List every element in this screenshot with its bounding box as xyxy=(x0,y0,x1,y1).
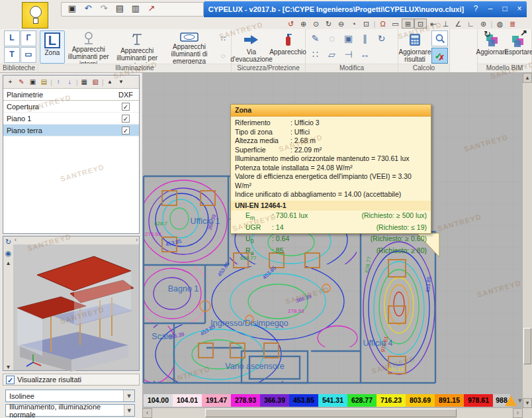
image-button[interactable]: ▦ xyxy=(79,77,90,87)
bim-aggiornare-button[interactable]: ↻ Aggiornare xyxy=(479,30,506,64)
check-validate-button[interactable]: ✓✗ xyxy=(431,48,448,64)
scroll-left-button[interactable]: ‹ xyxy=(142,408,152,418)
zona-button[interactable]: L Zona xyxy=(40,30,65,64)
move-up-button[interactable]: ↑ xyxy=(53,77,64,87)
print-preview-button[interactable]: ▥ xyxy=(129,3,142,15)
dxf-checkbox[interactable]: ✓ xyxy=(122,103,130,111)
scroll-right-button[interactable]: › xyxy=(513,408,523,418)
measure-button[interactable]: ⇤ xyxy=(427,19,439,28)
reference-points-button[interactable]: ∷ xyxy=(216,34,230,43)
orbit-button[interactable]: ◔ xyxy=(347,19,360,28)
visualizzare-risultati-checkbox[interactable]: ✓ xyxy=(6,376,15,384)
via-evacuazione-button[interactable]: Via d'evacuazione xyxy=(233,30,270,64)
library-emergency-luminaires-button[interactable]: ▭ xyxy=(21,47,36,63)
print-plan-button[interactable]: ▤ xyxy=(38,77,50,87)
library-exterior-luminaires-button[interactable]: T xyxy=(4,47,20,63)
vertical-scrollbar[interactable]: ▴ ▾ xyxy=(523,73,532,408)
horizontal-scroll-thumb[interactable] xyxy=(205,409,457,417)
maximize-button[interactable]: □ xyxy=(498,3,512,15)
table-row-piano-1[interactable]: Piano 1 ✓ xyxy=(3,113,139,125)
close-button[interactable]: × xyxy=(512,3,527,15)
edit-pencil-button[interactable]: ✎ xyxy=(312,33,320,44)
axes-button[interactable]: ∟ xyxy=(465,19,477,28)
apparecchi-emergenza-button[interactable]: Apparecchi illuminanti di emergenza xyxy=(162,30,216,64)
zoom-out-button[interactable]: ⊖ xyxy=(335,19,347,28)
scroll-right-button[interactable]: › xyxy=(136,236,138,244)
ortho-button[interactable]: ▭ xyxy=(389,19,402,28)
move-down-button[interactable]: ↓ xyxy=(64,77,75,87)
grid-button[interactable]: ⊞ xyxy=(402,19,414,28)
scale-cell: 541.31 xyxy=(318,394,347,407)
edit-nodes-button[interactable]: ∷ xyxy=(312,49,318,60)
zoom-window-button[interactable]: ⊡ xyxy=(360,19,373,28)
split-button[interactable]: ∥ xyxy=(363,33,367,44)
orbit-3d-button[interactable]: ↻ xyxy=(5,238,11,246)
lasso-select-button[interactable]: ◌ xyxy=(329,33,334,44)
snap-magnet-button[interactable]: Ω xyxy=(377,19,389,28)
chevron-down-icon: ▾ xyxy=(124,405,134,416)
3d-viewer[interactable]: ↻ ◉ ▴ ▾ ‹ › xyxy=(3,236,140,371)
copy-plan-button[interactable]: ▣ xyxy=(27,77,38,87)
left-panel: + ✎ ▣ ▤ | ↑ ↓ | ▦ ▧ | ▲ ▼ Planimetrie DX… xyxy=(0,73,142,418)
image-remove-button[interactable]: ▧ xyxy=(90,77,101,87)
reference-circle-button[interactable]: ◌ xyxy=(216,52,230,60)
room-label-scale: Scale xyxy=(152,332,172,341)
dxf-checkbox[interactable]: ✓ xyxy=(122,115,130,123)
scroll-up-button[interactable]: ▴ xyxy=(523,73,532,83)
vertical-scroll-thumb[interactable] xyxy=(523,328,531,364)
tooltip-line: Potenza totale installata = 24.08 W/m² xyxy=(235,164,427,173)
dxf-checkbox[interactable]: ✓ xyxy=(122,127,130,134)
result-magnitude-dropdown[interactable]: Illuminamento, illuminazione normale ▾ xyxy=(5,404,135,417)
tools-button[interactable]: ⊛ xyxy=(477,19,490,28)
save-button[interactable]: ▣ xyxy=(66,3,79,15)
refresh-view-button[interactable]: ↻ xyxy=(322,19,335,28)
edit-plan-button[interactable]: ✎ xyxy=(16,77,27,87)
svg-text:278.93: 278.93 xyxy=(145,231,161,237)
3d-model-view[interactable] xyxy=(13,244,139,370)
table-row-copertura[interactable]: Copertura ✓ xyxy=(3,101,139,113)
collapse-up-button[interactable]: ▲ xyxy=(105,77,116,87)
result-mode-dropdown[interactable]: Isolinee ▾ xyxy=(5,390,135,402)
scroll-left-button[interactable]: ‹ xyxy=(15,236,17,244)
scroll-down-button[interactable]: ▾ xyxy=(7,363,10,370)
scroll-up-button[interactable]: ▴ xyxy=(7,259,10,266)
undo-view-button[interactable]: ↺ xyxy=(285,19,297,28)
undo-button[interactable]: ↶ xyxy=(81,3,95,15)
print-button[interactable]: ▤ xyxy=(113,3,126,15)
add-plan-button[interactable]: + xyxy=(5,77,16,87)
help-button[interactable]: ? xyxy=(468,3,483,15)
zoom-info-button[interactable]: ⊙ xyxy=(310,19,322,28)
library-zones-button[interactable]: L xyxy=(4,30,20,46)
cypelux-app-icon[interactable] xyxy=(22,2,48,28)
table-row-piano-terra[interactable]: Piano terra ✓ xyxy=(3,125,139,136)
angle-button[interactable]: ∠ xyxy=(452,19,465,28)
scale-collapse-button[interactable]: ▾ xyxy=(518,396,522,405)
room-label-ufficio-4: Ufficio 4 xyxy=(363,339,393,348)
library-interior-luminaires-button[interactable]: Γ xyxy=(21,30,36,46)
scroll-down-button[interactable]: ▾ xyxy=(523,398,532,408)
horizontal-scrollbar[interactable]: ‹ › xyxy=(142,408,523,418)
apparecchio-button[interactable]: Apparecchio xyxy=(270,30,306,64)
grid-snap-button[interactable]: ⊡ xyxy=(414,19,427,28)
view-visibility-button[interactable]: ◉ xyxy=(5,249,12,258)
pan-button[interactable]: ⊕ xyxy=(297,19,310,28)
bim-esportare-button[interactable]: ↗ Esportare xyxy=(506,30,532,64)
collapse-down-button[interactable]: ▼ xyxy=(116,77,127,87)
web-button[interactable]: ◍ xyxy=(494,19,506,28)
drawing-canvas[interactable]: 628.7 366.39 453.85 278.93 628.77 453.85… xyxy=(142,73,532,418)
manual-button[interactable]: ≣ xyxy=(506,19,519,28)
redo-button[interactable]: ↷ xyxy=(97,3,111,15)
rotate-button[interactable]: ↻ xyxy=(378,33,386,44)
dimension-button[interactable]: ⊥ xyxy=(439,19,452,28)
minimize-button[interactable]: – xyxy=(483,3,498,15)
eraser-button[interactable]: ▱ xyxy=(328,49,335,60)
svg-text:278.93: 278.93 xyxy=(288,308,304,314)
apparecchi-esterni-button[interactable]: Apparecchi illuminanti per esterni xyxy=(112,30,162,64)
export-button[interactable]: ↗ xyxy=(145,3,158,15)
apparecchi-interni-button[interactable]: Apparecchi illuminanti per interni xyxy=(65,30,112,64)
join-button[interactable]: ⊣ xyxy=(344,49,352,60)
move-button[interactable]: ↔ xyxy=(361,49,370,60)
copy-element-button[interactable]: ▣ xyxy=(344,33,353,44)
aggiornare-risultati-button[interactable]: Aggiornare risultati xyxy=(400,30,430,64)
inspect-results-button[interactable] xyxy=(431,30,448,46)
